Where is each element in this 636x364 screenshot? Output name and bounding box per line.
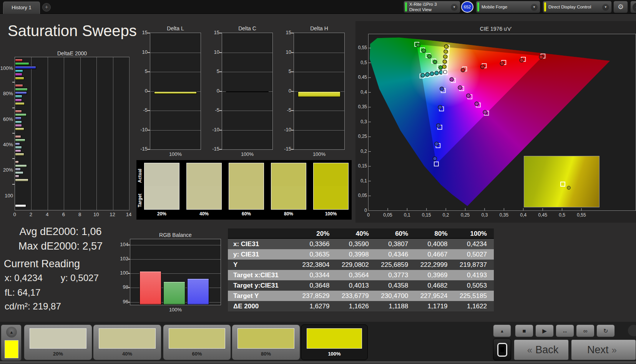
cie-y-tick-label: 0,15 [356, 163, 367, 169]
y-tick-mark [219, 91, 222, 92]
delta-chart-title: Delta L [150, 25, 201, 31]
cie-measured-magenta [450, 78, 453, 81]
meter-status-indicator [405, 2, 407, 12]
y-tick-label: 5 [136, 68, 148, 74]
de-bar-red [15, 160, 19, 164]
stop-button[interactable]: ■ [515, 324, 533, 337]
table-cell: 0,3648 [297, 280, 336, 291]
swatch-20% [144, 163, 179, 210]
swatch-40% [186, 163, 222, 210]
measure-button[interactable]: ↔ [556, 324, 574, 337]
saturation-button-label: 80% [232, 351, 300, 357]
table-cell: 0,3590 [336, 239, 375, 249]
display-control-dropdown[interactable]: Direct Display Control ▼ [543, 1, 612, 13]
chevron-down-icon[interactable]: ▼ [602, 4, 609, 11]
table-cell: 222,2999 [415, 260, 454, 270]
cie-y-tick-label: 0,55 [356, 45, 367, 50]
current-fl-readout: fL: 64,17 [5, 287, 40, 298]
saturation-button-label: 100% [301, 351, 367, 357]
meter-count-badge: 652 [461, 1, 473, 13]
add-tab-button[interactable]: + [42, 3, 51, 12]
table-cell: 0,4346 [376, 249, 415, 260]
meter-dropdown[interactable]: X-Rite i1Pro 3 Direct View ▼ [404, 1, 460, 13]
cie-measured-blue [437, 124, 440, 127]
table-cell: 0,4013 [336, 280, 375, 291]
history-tab[interactable]: History 1 [3, 2, 40, 14]
next-chevron-icon: » [609, 345, 620, 355]
gridline [31, 57, 32, 210]
current-cdm2-readout: cd/m²: 219,87 [5, 301, 61, 312]
collapse-button[interactable]: ◀ [630, 1, 636, 13]
meter-mode: Direct View [409, 7, 437, 13]
stop-pattern-button[interactable] [493, 339, 511, 361]
source-dropdown[interactable]: Mobile Forge ▼ [476, 1, 540, 13]
y-tick-label: 0 [280, 88, 291, 94]
table-column-header: 40% [336, 228, 375, 239]
gridline [129, 57, 130, 210]
gridline [80, 57, 81, 210]
current-patch-panel: ▲ [1, 324, 22, 361]
cie-measured-yellow [443, 60, 447, 64]
cie-x-tick-label: 0 [361, 212, 376, 218]
table-column-header: 20% [297, 228, 336, 239]
table-cell: 225,5185 [455, 291, 494, 301]
y-tick-label: 5 [208, 68, 219, 74]
saturation-button-40%[interactable]: 40% [93, 324, 161, 360]
next-button[interactable]: Next» [571, 339, 636, 360]
avg-de2000-readout: Avg dE2000: 1,06 [10, 226, 111, 238]
y-tick-label: -5 [280, 107, 291, 113]
cie-measured-yellow [443, 55, 447, 58]
back-button[interactable]: «Back [514, 339, 569, 360]
saturation-button-80%[interactable]: 80% [232, 324, 300, 360]
saturation-swatch [169, 328, 225, 349]
play-button[interactable]: ▶ [535, 324, 554, 337]
de-bar-green [15, 139, 25, 142]
gridline [113, 57, 113, 210]
cie-measured-green [439, 66, 443, 69]
table-cell: 0,4667 [415, 249, 454, 260]
source-name: Mobile Forge [482, 5, 507, 10]
table-row: ΔE 20001,62791,16261,11881,17191,1622 [228, 301, 494, 311]
cie-measured-magenta [475, 102, 478, 106]
patch-up-button[interactable]: ▲ [6, 327, 17, 338]
de-bar-yellow [15, 179, 28, 182]
swatch-label: 100% [313, 211, 349, 217]
cie-measured-red [461, 68, 465, 72]
y-tick-label: -10 [136, 127, 148, 132]
de-bar-magenta [15, 99, 22, 102]
chevron-down-icon[interactable]: ▼ [451, 4, 458, 11]
de-bar-red [15, 110, 22, 113]
chevron-down-icon[interactable]: ▼ [531, 4, 538, 11]
table-row-label: y: CIE31 [228, 249, 297, 260]
cie-measured-cyan [430, 72, 434, 76]
saturation-swatch [30, 328, 86, 349]
cie-1976-panel: CIE 1976 u'v' 00,050,10,150,20,250,30,35… [355, 21, 636, 223]
group-label: 100% [0, 65, 13, 71]
saturation-button-100%[interactable]: 100% [301, 324, 368, 360]
saturation-button-20%[interactable]: 20% [24, 324, 92, 360]
refresh-button[interactable]: ↻ [596, 324, 615, 337]
y-tick-label: -5 [208, 107, 219, 113]
display-control-name: Direct Display Control [548, 5, 591, 10]
continuous-button[interactable]: ∞ [576, 324, 594, 337]
cie-measured-cyan [425, 73, 429, 76]
cie-measured-magenta [483, 110, 487, 114]
gridline [222, 72, 272, 72]
x-tick-label: 2 [25, 212, 37, 217]
cie-measured-blue [435, 142, 438, 146]
cie-measured-red [500, 62, 504, 66]
y-tick-label: 10 [208, 49, 219, 55]
y-tick-mark [219, 110, 222, 111]
y-tick-mark [291, 91, 294, 92]
settings-gear-button[interactable]: ⚙ [613, 1, 628, 13]
y-tick-label: 96 [115, 299, 128, 304]
saturation-button-60%[interactable]: 60% [163, 324, 231, 360]
swatch-target [144, 186, 179, 209]
transport-up-button[interactable]: ▲ [493, 324, 511, 337]
cie-measured-green [433, 60, 437, 64]
gridline [150, 53, 201, 53]
table-cell: 225,6859 [376, 260, 415, 270]
y-tick-label: 104 [115, 242, 128, 247]
de-bar-cyan [15, 121, 22, 124]
gridline [294, 111, 344, 111]
